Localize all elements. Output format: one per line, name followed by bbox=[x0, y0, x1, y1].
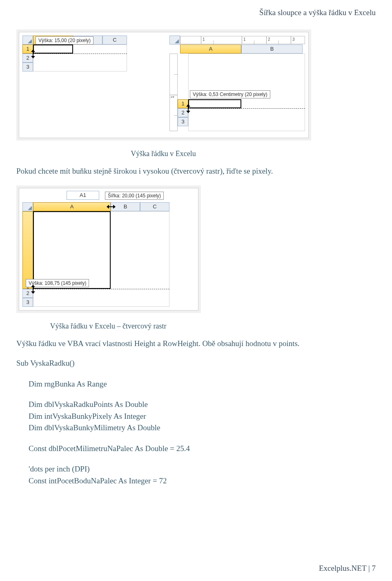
tooltip-height-cm: Výška: 0,53 Centimetry (20 pixely) bbox=[190, 90, 270, 98]
paragraph-2: Výšku řádku ve VBA vrací vlastnosti Heig… bbox=[16, 338, 376, 350]
tooltip-width: Šířka: 20,00 (145 pixely) bbox=[105, 192, 164, 200]
col-header-c: C bbox=[102, 36, 127, 45]
sheet-corner-2 bbox=[22, 202, 33, 211]
code-comment-dpi: 'dots per inch (DPI) bbox=[29, 463, 376, 475]
resize-guide-2 bbox=[33, 289, 169, 289]
col-header-c-2: C bbox=[140, 202, 169, 211]
resize-arrow-vert-icon-2 bbox=[31, 286, 36, 293]
code-const-dpi: Const intPocetBoduNaPalec As Integer = 7… bbox=[29, 475, 376, 487]
resize-arrow-vert-icon-r bbox=[186, 105, 191, 112]
row-header-3-r: 3 bbox=[178, 117, 188, 126]
col-header-b-r: B bbox=[241, 45, 303, 54]
code-dim-group: Dim dblVyskaRadkuPoints As Double Dim in… bbox=[16, 399, 376, 434]
code-dim-mm: Dim dblVyskaBunkyMilimetry As Double bbox=[29, 422, 376, 434]
row-header-1-2: 1 bbox=[22, 211, 33, 289]
ruler-horizontal: 1 1 2 3 bbox=[180, 36, 305, 44]
sheet-corner-r bbox=[169, 36, 180, 45]
code-sub: Sub VyskaRadku() bbox=[16, 358, 376, 369]
resize-arrow-vert-icon bbox=[31, 50, 36, 58]
page-footer: Excelplus.NET | 7 bbox=[319, 564, 376, 573]
selected-cell-2 bbox=[33, 211, 111, 289]
resize-guide bbox=[33, 54, 127, 54]
col-header-a-r: A bbox=[180, 45, 241, 54]
selected-cell bbox=[33, 45, 73, 54]
name-box: A1 bbox=[67, 191, 99, 200]
code-dim-range: Dim rngBunka As Range bbox=[16, 378, 376, 390]
row-header-3-2: 3 bbox=[22, 298, 33, 307]
figure-caption-1: Výška řádku v Excelu bbox=[16, 150, 310, 158]
row-header-3: 3 bbox=[22, 63, 33, 72]
tooltip-height-px: Výška: 15,00 (20 pixely) bbox=[36, 36, 94, 45]
code-dim-points: Dim dblVyskaRadkuPoints As Double bbox=[29, 399, 376, 411]
paragraph-1: Pokud chcete mít buňku stejně širokou i … bbox=[16, 165, 376, 177]
code-const-mm: Const dblPocetMilimetruNaPalec As Double… bbox=[16, 443, 376, 455]
col-header-a-2: A bbox=[33, 202, 111, 211]
selected-cell-r bbox=[188, 99, 241, 108]
resize-arrow-horiz-icon bbox=[107, 204, 115, 209]
code-dpi-group: 'dots per inch (DPI) Const intPocetBoduN… bbox=[16, 463, 376, 487]
figure-caption-2: Výška řádku v Excelu – čtvercový rastr bbox=[16, 322, 200, 331]
code-dim-px: Dim intVyskaBunkyPixely As Integer bbox=[29, 411, 376, 422]
ruler-vertical: 1 bbox=[169, 54, 178, 131]
figure-row-height: A C 1 2 3 Výška: 15,00 (20 pixely) 1 1 2… bbox=[16, 29, 311, 141]
resize-guide-r bbox=[188, 108, 305, 109]
figure-square-raster: A1 Šířka: 20,00 (145 pixely) A B C 1 2 3… bbox=[16, 185, 201, 313]
sheet-corner bbox=[22, 36, 33, 45]
page-header: Šířka sloupce a výška řádku v Excelu bbox=[16, 8, 376, 17]
